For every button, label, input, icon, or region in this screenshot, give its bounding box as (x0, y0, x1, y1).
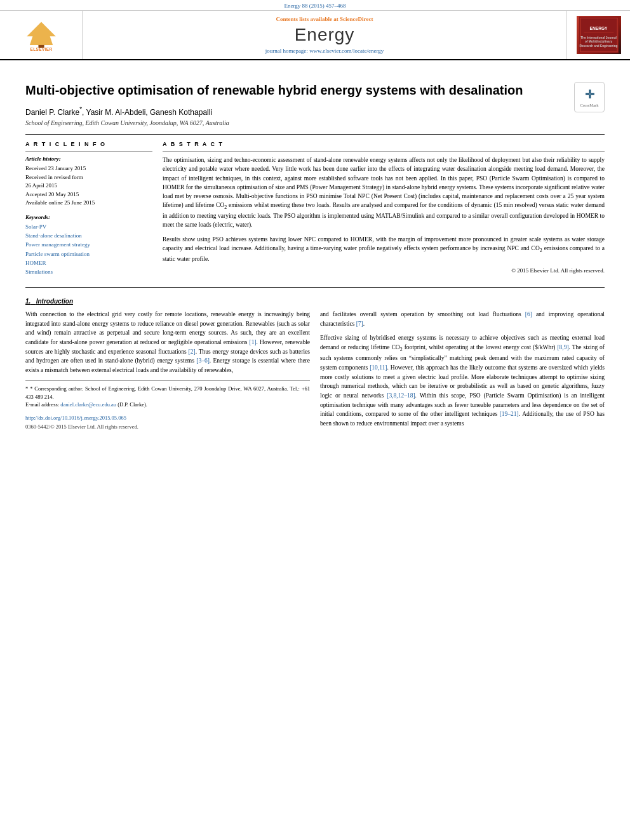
revised-date: 26 April 2015 (25, 182, 152, 190)
article-info-abstract-section: A R T I C L E I N F O Article history: R… (25, 134, 605, 277)
article-info-heading: A R T I C L E I N F O (25, 141, 152, 147)
accepted-date: Accepted 20 May 2015 (25, 190, 152, 199)
main-content: Multi-objective optimisation of renewabl… (0, 60, 630, 446)
intro-col-right: and facilitates overall system operation… (320, 310, 605, 434)
keywords-section: Keywords: Solar-PV Stand-alone desalinat… (25, 214, 152, 277)
journal-ref-bar: Energy 88 (2015) 457–468 (0, 0, 630, 11)
footnote-email-line: E-mail address: daniel.clarke@ecu.edu.au… (25, 401, 310, 409)
elsevier-logo-area: ELSEVIER (0, 11, 83, 59)
journal-header-center: Contents lists available at ScienceDirec… (83, 11, 566, 59)
abstract-copyright: © 2015 Elsevier Ltd. All rights reserved… (163, 267, 605, 274)
doi-footer: http://dx.doi.org/10.1016/j.energy.2015.… (25, 414, 310, 431)
ref-1[interactable]: [1] (249, 339, 256, 345)
abstract-heading: A B S T R A C T (163, 141, 605, 147)
crossmark-icon: ✛ (585, 88, 594, 102)
keywords-label: Keywords: (25, 214, 152, 220)
keyword-solar-pv: Solar-PV (25, 222, 152, 231)
keyword-desalination: Stand-alone desalination (25, 231, 152, 240)
elsevier-tree-icon: ELSEVIER (19, 19, 64, 51)
article-info-column: A R T I C L E I N F O Article history: R… (25, 141, 152, 277)
ref-2[interactable]: [2] (189, 349, 196, 355)
elsevier-logo: ELSEVIER (19, 19, 64, 51)
history-label: Article history: (25, 156, 152, 162)
journal-header: ELSEVIER Contents lists available at Sci… (0, 11, 630, 60)
energy-logo-area: ENERGY The International Journal of Mult… (566, 11, 630, 59)
ref-7[interactable]: [7] (356, 321, 363, 327)
intro-section-title: 1. Introduction (25, 298, 605, 305)
received-revised-label: Received in revised form (25, 173, 152, 182)
journal-title: Energy (295, 25, 355, 45)
svg-text:ELSEVIER: ELSEVIER (30, 47, 52, 51)
ref-3-8-12-18[interactable]: [3,8,12–18] (387, 392, 415, 399)
footnote-corresponding: * * Corresponding author. School of Engi… (25, 385, 310, 401)
corresponding-marker: * (79, 106, 82, 113)
intro-col-left: With connection to the electrical grid v… (25, 310, 310, 434)
doi-link[interactable]: http://dx.doi.org/10.1016/j.energy.2015.… (25, 414, 310, 423)
intro-para-col2-1: and facilitates overall system operation… (320, 310, 605, 328)
ref-19-21[interactable]: [19–21] (500, 411, 519, 417)
footnote-area: * * Corresponding author. School of Engi… (25, 380, 310, 409)
intro-para-1: With connection to the electrical grid v… (25, 310, 310, 375)
ref-6[interactable]: [6] (525, 311, 532, 317)
footnote-email-link[interactable]: daniel.clarke@ecu.edu.au (60, 401, 117, 408)
intro-para-col2-2: Effective sizing of hybridised energy sy… (320, 333, 605, 429)
affiliation-text: School of Engineering, Edith Cowan Unive… (25, 119, 605, 126)
homepage-url[interactable]: www.elsevier.com/locate/energy (309, 48, 384, 54)
energy-logo-icon: ENERGY The International Journal of Mult… (579, 16, 619, 54)
keyword-pms: Power management strategy (25, 240, 152, 249)
available-online-date: Available online 25 June 2015 (25, 199, 152, 208)
keyword-homer: HOMER (25, 258, 152, 267)
crossmark-label: CrossMark (580, 103, 599, 107)
sciencedirect-text: Contents lists available at ScienceDirec… (276, 16, 373, 22)
keyword-pso: Particle swarm optimisation (25, 250, 152, 258)
ref-8-9[interactable]: [8,9] (557, 344, 568, 350)
ref-10-11[interactable]: [10,11] (370, 364, 387, 371)
article-title: Multi-objective optimisation of renewabl… (25, 82, 605, 98)
journal-homepage: journal homepage: www.elsevier.com/locat… (265, 48, 384, 54)
journal-ref-text: Energy 88 (2015) 457–468 (284, 3, 345, 9)
abstract-text-results: Results show using PSO achieves systems … (163, 235, 605, 263)
doi-copyright-text: 0360-5442/© 2015 Elsevier Ltd. All right… (25, 423, 310, 432)
svg-text:ENERGY: ENERGY (589, 26, 608, 30)
svg-text:The International Journal: The International Journal (580, 36, 617, 39)
energy-journal-logo: ENERGY The International Journal of Mult… (577, 16, 621, 54)
authors-line: Daniel P. Clarke*, Yasir M. Al-Abdeli, G… (25, 106, 605, 117)
intro-body: With connection to the electrical grid v… (25, 310, 605, 434)
crossmark-badge[interactable]: ✛ CrossMark (574, 82, 605, 112)
sciencedirect-link-text[interactable]: ScienceDirect (340, 16, 373, 22)
abstract-column: A B S T R A C T The optimisation, sizing… (163, 141, 605, 277)
authors-text: Daniel P. Clarke*, Yasir M. Al-Abdeli, G… (25, 108, 212, 117)
section-divider-1 (25, 287, 605, 288)
received-date: Received 23 January 2015 (25, 164, 152, 173)
svg-text:of Multidisciplinary: of Multidisciplinary (584, 40, 612, 43)
keyword-simulations: Simulations (25, 267, 152, 276)
svg-text:Research and Engineering: Research and Engineering (579, 44, 617, 48)
abstract-text-main: The optimisation, sizing and techno-econ… (163, 156, 605, 230)
ref-3-6[interactable]: [3–6] (196, 357, 210, 364)
